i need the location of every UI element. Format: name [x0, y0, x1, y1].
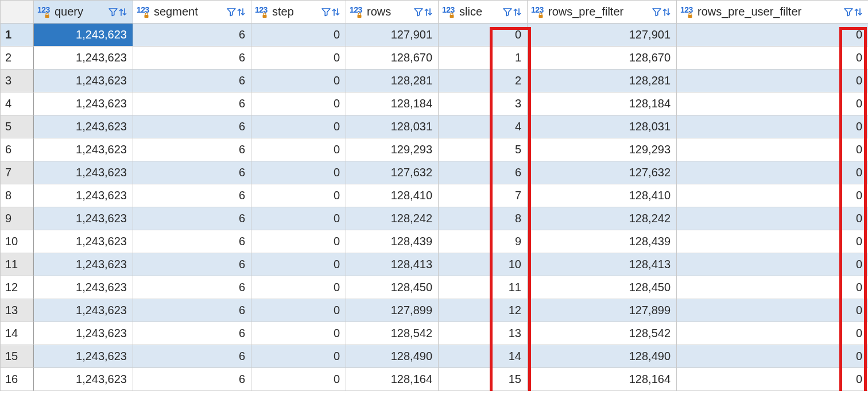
table-row[interactable]: 21,243,62360128,6701128,6700 — [1, 47, 869, 69]
cell-segment[interactable]: 6 — [133, 322, 251, 345]
table-row[interactable]: 51,243,62360128,0314128,0310 — [1, 115, 869, 138]
cell-segment[interactable]: 6 — [133, 138, 251, 161]
cell-segment[interactable]: 6 — [133, 230, 251, 253]
row-number-cell[interactable]: 4 — [1, 92, 34, 115]
cell-rows_pre_filter[interactable]: 128,184 — [528, 92, 677, 115]
cell-rows_pre_filter[interactable]: 127,899 — [528, 299, 677, 322]
cell-query[interactable]: 1,243,623 — [34, 230, 133, 253]
row-number-cell[interactable]: 16 — [1, 368, 34, 391]
table-row[interactable]: 31,243,62360128,2812128,2810 — [1, 69, 869, 92]
cell-rows[interactable]: 128,031 — [346, 115, 439, 138]
table-row[interactable]: 71,243,62360127,6326127,6320 — [1, 161, 869, 184]
cell-query[interactable]: 1,243,623 — [34, 368, 133, 391]
cell-query[interactable]: 1,243,623 — [34, 47, 133, 69]
cell-rows[interactable]: 127,632 — [346, 161, 439, 184]
cell-segment[interactable]: 6 — [133, 47, 251, 69]
cell-segment[interactable]: 6 — [133, 92, 251, 115]
column-header-rows-pre-filter[interactable]: 123 rows_pre_filter — [528, 1, 677, 24]
cell-step[interactable]: 0 — [251, 368, 346, 391]
row-number-cell[interactable]: 7 — [1, 161, 34, 184]
cell-step[interactable]: 0 — [251, 24, 346, 47]
cell-rows_pre_user_filter[interactable]: 0 — [677, 161, 869, 184]
cell-step[interactable]: 0 — [251, 47, 346, 69]
cell-step[interactable]: 0 — [251, 138, 346, 161]
cell-slice[interactable]: 1 — [439, 47, 528, 69]
table-row[interactable]: 121,243,62360128,45011128,4500 — [1, 276, 869, 299]
cell-rows_pre_user_filter[interactable]: 0 — [677, 184, 869, 207]
table-row[interactable]: 41,243,62360128,1843128,1840 — [1, 92, 869, 115]
cell-segment[interactable]: 6 — [133, 184, 251, 207]
cell-rows[interactable]: 128,164 — [346, 368, 439, 391]
cell-rows_pre_filter[interactable]: 128,281 — [528, 69, 677, 92]
cell-segment[interactable]: 6 — [133, 207, 251, 230]
cell-segment[interactable]: 6 — [133, 24, 251, 47]
cell-slice[interactable]: 12 — [439, 299, 528, 322]
cell-rows_pre_user_filter[interactable]: 0 — [677, 92, 869, 115]
cell-rows_pre_filter[interactable]: 127,632 — [528, 161, 677, 184]
cell-slice[interactable]: 11 — [439, 276, 528, 299]
cell-rows[interactable]: 128,242 — [346, 207, 439, 230]
cell-query[interactable]: 1,243,623 — [34, 69, 133, 92]
cell-slice[interactable]: 10 — [439, 253, 528, 276]
row-number-cell[interactable]: 9 — [1, 207, 34, 230]
cell-rows_pre_filter[interactable]: 128,031 — [528, 115, 677, 138]
cell-query[interactable]: 1,243,623 — [34, 322, 133, 345]
filter-icon[interactable] — [844, 7, 853, 17]
cell-step[interactable]: 0 — [251, 69, 346, 92]
cell-step[interactable]: 0 — [251, 345, 346, 368]
cell-step[interactable]: 0 — [251, 230, 346, 253]
cell-slice[interactable]: 13 — [439, 322, 528, 345]
column-header-rows[interactable]: 123 rows — [346, 1, 439, 24]
data-grid[interactable]: 123 query — [0, 0, 868, 391]
table-row[interactable]: 91,243,62360128,2428128,2420 — [1, 207, 869, 230]
cell-rows[interactable]: 129,293 — [346, 138, 439, 161]
column-header-rows-pre-user-filter[interactable]: 123 rows_pre_user_filter — [677, 1, 869, 24]
cell-rows_pre_filter[interactable]: 128,670 — [528, 47, 677, 69]
cell-slice[interactable]: 5 — [439, 138, 528, 161]
cell-segment[interactable]: 6 — [133, 161, 251, 184]
table-row[interactable]: 81,243,62360128,4107128,4100 — [1, 184, 869, 207]
cell-query[interactable]: 1,243,623 — [34, 184, 133, 207]
cell-rows_pre_user_filter[interactable]: 0 — [677, 115, 869, 138]
table-row[interactable]: 61,243,62360129,2935129,2930 — [1, 138, 869, 161]
row-number-cell[interactable]: 3 — [1, 69, 34, 92]
column-header-slice[interactable]: 123 slice — [439, 1, 528, 24]
table-row[interactable]: 101,243,62360128,4399128,4390 — [1, 230, 869, 253]
cell-step[interactable]: 0 — [251, 299, 346, 322]
table-row[interactable]: 161,243,62360128,16415128,1640 — [1, 368, 869, 391]
cell-rows_pre_filter[interactable]: 128,164 — [528, 368, 677, 391]
column-header-step[interactable]: 123 step — [251, 1, 346, 24]
cell-rows[interactable]: 128,439 — [346, 230, 439, 253]
cell-rows[interactable]: 128,413 — [346, 253, 439, 276]
filter-icon[interactable] — [503, 7, 512, 17]
cell-segment[interactable]: 6 — [133, 368, 251, 391]
cell-query[interactable]: 1,243,623 — [34, 115, 133, 138]
sort-icon[interactable] — [854, 7, 862, 17]
cell-segment[interactable]: 6 — [133, 345, 251, 368]
cell-slice[interactable]: 3 — [439, 92, 528, 115]
cell-query[interactable]: 1,243,623 — [34, 276, 133, 299]
cell-segment[interactable]: 6 — [133, 253, 251, 276]
cell-rows[interactable]: 128,490 — [346, 345, 439, 368]
cell-rows[interactable]: 127,899 — [346, 299, 439, 322]
cell-rows_pre_filter[interactable]: 128,490 — [528, 345, 677, 368]
cell-step[interactable]: 0 — [251, 207, 346, 230]
column-header-query[interactable]: 123 query — [34, 1, 133, 24]
sort-icon[interactable] — [119, 7, 127, 17]
cell-rows_pre_filter[interactable]: 128,450 — [528, 276, 677, 299]
cell-rows_pre_user_filter[interactable]: 0 — [677, 207, 869, 230]
cell-query[interactable]: 1,243,623 — [34, 24, 133, 47]
cell-rows_pre_user_filter[interactable]: 0 — [677, 299, 869, 322]
row-number-cell[interactable]: 12 — [1, 276, 34, 299]
cell-rows_pre_filter[interactable]: 127,901 — [528, 24, 677, 47]
cell-rows_pre_filter[interactable]: 128,439 — [528, 230, 677, 253]
table-row[interactable]: 151,243,62360128,49014128,4900 — [1, 345, 869, 368]
cell-slice[interactable]: 6 — [439, 161, 528, 184]
cell-step[interactable]: 0 — [251, 322, 346, 345]
sort-icon[interactable] — [513, 7, 521, 17]
cell-query[interactable]: 1,243,623 — [34, 253, 133, 276]
table-row[interactable]: 131,243,62360127,89912127,8990 — [1, 299, 869, 322]
cell-query[interactable]: 1,243,623 — [34, 138, 133, 161]
filter-icon[interactable] — [321, 7, 331, 17]
cell-rows_pre_user_filter[interactable]: 0 — [677, 24, 869, 47]
